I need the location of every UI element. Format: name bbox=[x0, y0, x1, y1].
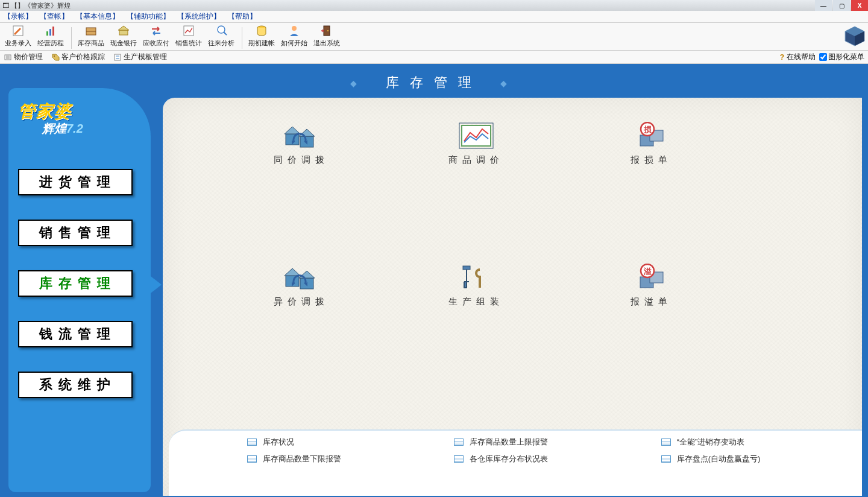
reports-panel: 库存状况库存商品数量上限报警“全能”进销存变动表库存商品数量下限报警各仓库库存分… bbox=[169, 429, 862, 496]
table-icon bbox=[247, 438, 257, 446]
logo-sub: 辉煌7.2 bbox=[42, 121, 145, 137]
table-icon bbox=[454, 438, 464, 446]
module-surplus-5[interactable]: 报溢单 bbox=[609, 264, 693, 308]
nav-4[interactable]: 系统维护 bbox=[18, 372, 133, 398]
sec-toolbar-0[interactable]: 物价管理 bbox=[4, 52, 43, 62]
warehouse-icon bbox=[283, 122, 320, 150]
bank-icon bbox=[117, 24, 130, 37]
secondary-toolbar: 物价管理客户价格跟踪生产模板管理 ? 在线帮助 图形化菜单 bbox=[0, 51, 868, 64]
module-warehouse-3[interactable]: 异价调拨 bbox=[259, 264, 344, 308]
module-tools-4[interactable]: 生产组装 bbox=[434, 264, 518, 308]
main-panel: 同价调拨商品调价报损单异价调拨生产组装报溢单 库存状况库存商品数量上限报警“全能… bbox=[163, 98, 862, 496]
account-icon bbox=[255, 24, 268, 37]
price-icon bbox=[458, 122, 495, 150]
table-icon bbox=[247, 455, 257, 463]
table-icon bbox=[661, 455, 671, 463]
toolbar-person[interactable]: 如何开始 bbox=[278, 23, 310, 49]
analysis-icon bbox=[215, 24, 228, 37]
close-button[interactable]: X bbox=[851, 0, 868, 11]
toolbar-analysis[interactable]: 往来分析 bbox=[206, 23, 237, 49]
nav-1[interactable]: 销售管理 bbox=[18, 220, 133, 246]
menu-item-2[interactable]: 【基本信息】 bbox=[76, 11, 119, 22]
menu-item-3[interactable]: 【辅助功能】 bbox=[127, 11, 170, 22]
toolbar-separator bbox=[242, 27, 242, 49]
sidebar: 管家婆 辉煌7.2 进货管理销售管理库存管理钱流管理系统维护 bbox=[8, 88, 151, 492]
edit-icon bbox=[11, 24, 25, 37]
app-cube-icon bbox=[844, 25, 866, 47]
menu-bar: 【录帐】【查帐】【基本信息】【辅助功能】【系统维护】【帮助】 bbox=[0, 11, 868, 23]
module-price-1[interactable]: 商品调价 bbox=[434, 122, 518, 166]
report-link-4[interactable]: 各仓库库存分布状况表 bbox=[454, 454, 637, 464]
report-link-3[interactable]: 库存商品数量下限报警 bbox=[247, 454, 430, 464]
toolbar-exit[interactable]: 退出系统 bbox=[311, 23, 342, 49]
chart-icon bbox=[182, 24, 195, 37]
toolbar-account[interactable]: 期初建帐 bbox=[246, 23, 277, 49]
app-icon: 🗔 bbox=[2, 2, 11, 9]
maximize-button[interactable]: ▢ bbox=[833, 0, 850, 11]
minimize-button[interactable]: — bbox=[815, 0, 832, 11]
toolbar-chart[interactable]: 销售统计 bbox=[173, 23, 204, 49]
exchange-icon bbox=[149, 24, 163, 37]
toolbar-bars[interactable]: 经营历程 bbox=[35, 23, 66, 49]
window-titlebar: 🗔 【】《管家婆》辉煌 — ▢ X bbox=[0, 0, 868, 11]
toolbar-bank[interactable]: 现金银行 bbox=[108, 23, 139, 49]
toolbar-exchange[interactable]: 应收应付 bbox=[140, 23, 172, 49]
module-damage-2[interactable]: 报损单 bbox=[609, 122, 693, 166]
logo-main: 管家婆 bbox=[18, 100, 145, 123]
report-link-0[interactable]: 库存状况 bbox=[247, 437, 430, 448]
template-icon bbox=[113, 53, 122, 62]
sec-toolbar-2[interactable]: 生产模板管理 bbox=[113, 52, 167, 62]
tag-icon bbox=[51, 53, 60, 62]
surplus-icon bbox=[632, 264, 670, 291]
nav-2[interactable]: 库存管理 bbox=[18, 270, 133, 297]
graphic-menu-checkbox[interactable] bbox=[819, 53, 827, 61]
window-title: 【】《管家婆》辉煌 bbox=[11, 1, 71, 10]
person-icon bbox=[288, 24, 301, 37]
main-toolbar: 业务录入经营历程库存商品现金银行应收应付销售统计往来分析期初建帐如何开始退出系统 bbox=[0, 23, 868, 51]
help-icon[interactable]: ? bbox=[780, 53, 784, 62]
box-icon bbox=[84, 24, 98, 37]
content-frame: 库存管理 管家婆 辉煌7.2 进货管理销售管理库存管理钱流管理系统维护 同价调拨… bbox=[0, 64, 868, 497]
online-help-link[interactable]: 在线帮助 bbox=[787, 52, 816, 62]
report-link-1[interactable]: 库存商品数量上限报警 bbox=[454, 437, 637, 448]
toolbar-edit[interactable]: 业务录入 bbox=[2, 23, 34, 49]
module-warehouse-0[interactable]: 同价调拨 bbox=[259, 122, 344, 166]
sec-toolbar-1[interactable]: 客户价格跟踪 bbox=[51, 52, 105, 62]
graphic-menu-toggle[interactable]: 图形化菜单 bbox=[819, 52, 864, 62]
damage-icon bbox=[632, 122, 670, 150]
menu-item-1[interactable]: 【查帐】 bbox=[40, 11, 69, 22]
report-link-5[interactable]: 库存盘点(自动盘赢盘亏) bbox=[661, 454, 844, 464]
doc-icon bbox=[4, 53, 12, 62]
report-link-2[interactable]: “全能”进销存变动表 bbox=[661, 437, 844, 448]
menu-item-4[interactable]: 【系统维护】 bbox=[177, 11, 221, 22]
menu-item-0[interactable]: 【录帐】 bbox=[4, 11, 33, 22]
warehouse-icon bbox=[283, 264, 320, 291]
page-title: 库存管理 bbox=[0, 74, 868, 92]
logo: 管家婆 辉煌7.2 bbox=[8, 88, 151, 160]
toolbar-separator bbox=[71, 27, 72, 49]
tools-icon bbox=[458, 264, 495, 291]
nav-0[interactable]: 进货管理 bbox=[18, 169, 133, 195]
table-icon bbox=[661, 438, 671, 446]
nav-3[interactable]: 钱流管理 bbox=[18, 321, 133, 347]
table-icon bbox=[454, 455, 464, 463]
bars-icon bbox=[44, 24, 57, 37]
toolbar-box[interactable]: 库存商品 bbox=[75, 23, 107, 49]
exit-icon bbox=[320, 24, 333, 37]
menu-item-5[interactable]: 【帮助】 bbox=[228, 11, 257, 22]
